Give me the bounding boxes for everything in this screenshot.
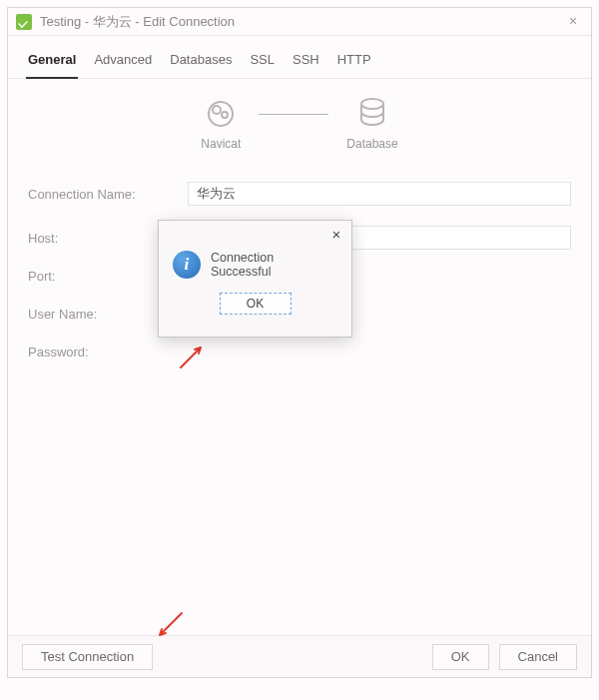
database-icon: [357, 97, 387, 131]
navicat-icon: [204, 97, 238, 131]
dialog-message: Connection Successful: [211, 251, 337, 279]
connection-name-input[interactable]: [188, 182, 571, 206]
dialog-close-icon[interactable]: ×: [327, 227, 345, 245]
svg-point-2: [222, 112, 228, 118]
test-connection-button[interactable]: Test Connection: [22, 644, 153, 670]
app-icon: [16, 14, 32, 30]
titlebar: Testing - 华为云 - Edit Connection ×: [8, 8, 591, 36]
tab-ssh[interactable]: SSH: [291, 46, 321, 78]
info-icon: i: [173, 251, 201, 279]
tab-ssl[interactable]: SSL: [248, 46, 277, 78]
password-label: Password:: [28, 345, 188, 359]
svg-point-3: [361, 99, 383, 109]
diagram-navicat-label: Navicat: [201, 137, 241, 151]
diagram-navicat: Navicat: [201, 97, 241, 151]
cancel-button[interactable]: Cancel: [499, 644, 577, 670]
dialog-ok-button[interactable]: OK: [220, 293, 292, 315]
tab-http[interactable]: HTTP: [335, 46, 373, 78]
tab-general[interactable]: General: [26, 46, 78, 79]
svg-point-0: [209, 102, 233, 126]
close-icon[interactable]: ×: [563, 12, 583, 32]
connection-result-dialog: × i Connection Successful OK: [158, 220, 352, 338]
ok-button[interactable]: OK: [432, 644, 489, 670]
connection-diagram: Navicat Database: [8, 79, 591, 161]
tab-bar: General Advanced Databases SSL SSH HTTP: [8, 36, 591, 79]
svg-point-1: [213, 106, 221, 114]
footer: Test Connection OK Cancel: [8, 635, 591, 677]
tab-databases[interactable]: Databases: [168, 46, 234, 78]
edit-connection-window: Testing - 华为云 - Edit Connection × Genera…: [7, 7, 592, 678]
window-title: Testing - 华为云 - Edit Connection: [40, 13, 563, 31]
diagram-database: Database: [346, 97, 397, 151]
diagram-database-label: Database: [346, 137, 397, 151]
diagram-connector: [259, 114, 328, 115]
tab-advanced[interactable]: Advanced: [92, 46, 154, 78]
connection-name-label: Connection Name:: [28, 187, 188, 202]
